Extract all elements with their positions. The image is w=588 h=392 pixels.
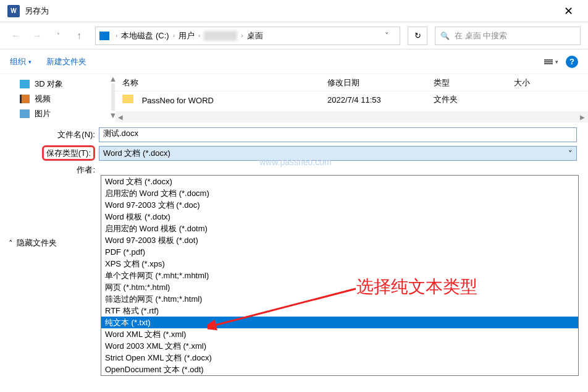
hide-folders-label: 隐藏文件夹 xyxy=(17,237,57,249)
list-row[interactable]: PassNeo for WORD 2022/7/4 11:53 文件夹 xyxy=(115,92,588,108)
breadcrumb-dropdown[interactable]: ˅ xyxy=(377,31,396,40)
watermark: www.passneo.com xyxy=(259,157,332,167)
sidebar-item-label: 图片 xyxy=(35,108,51,119)
up-button[interactable]: ↑ xyxy=(70,27,88,45)
chevron-down-icon: ▾ xyxy=(555,59,558,65)
col-name[interactable]: 名称 xyxy=(122,77,327,88)
toolbar: 组织 ▾ 新建文件夹 ▾ ? xyxy=(0,49,588,74)
list-view-icon xyxy=(544,59,553,64)
savetype-label-wrap: 保存类型(T): xyxy=(0,148,99,159)
crumb-username-redacted[interactable] xyxy=(204,31,237,41)
crumb-desktop[interactable]: 桌面 xyxy=(247,30,263,41)
col-date[interactable]: 修改日期 xyxy=(327,77,434,88)
nav-history-dropdown[interactable]: ˅ xyxy=(49,27,67,45)
new-folder-button[interactable]: 新建文件夹 xyxy=(46,56,86,67)
col-size[interactable]: 大小 xyxy=(514,77,545,88)
dropdown-option[interactable]: Word 2003 XML 文档 (*.xml) xyxy=(101,340,578,352)
dropdown-option[interactable]: 启用宏的 Word 模板 (*.dotm) xyxy=(101,223,578,234)
sidebar-item-label: 3D 对象 xyxy=(35,79,63,90)
sidebar: 3D 对象 视频 图片 ▲▼ xyxy=(0,74,115,122)
crumb-sep: › xyxy=(173,32,175,39)
help-button[interactable]: ? xyxy=(566,56,578,68)
search-input[interactable]: 🔍 在 桌面 中搜索 xyxy=(435,27,581,45)
scroll-right-icon[interactable]: ▶ xyxy=(577,114,588,121)
dropdown-option[interactable]: Word 97-2003 文档 (*.doc) xyxy=(101,199,578,211)
search-icon: 🔍 xyxy=(440,32,450,40)
file-name: PassNeo for WORD xyxy=(142,96,214,105)
dropdown-option[interactable]: 启用宏的 Word 文档 (*.docm) xyxy=(101,187,578,199)
sidebar-item-video[interactable]: 视频 xyxy=(5,92,110,106)
word-app-icon: W xyxy=(7,5,20,17)
dropdown-option[interactable]: Strict Open XML 文档 (*.docx) xyxy=(101,352,578,364)
dropdown-option[interactable]: Word 模板 (*.dotx) xyxy=(101,211,578,223)
organize-button[interactable]: 组织 ▾ xyxy=(10,56,32,67)
file-list: 名称 修改日期 类型 大小 PassNeo for WORD 2022/7/4 … xyxy=(115,74,588,122)
chevron-up-icon: ˄ xyxy=(9,239,13,248)
dropdown-option[interactable]: 网页 (*.htm;*.html) xyxy=(101,281,578,293)
filename-label: 文件名(N): xyxy=(0,129,99,140)
chevron-down-icon: ˅ xyxy=(568,149,573,158)
crumb-drive[interactable]: 本地磁盘 (C:) xyxy=(121,30,169,41)
author-label: 作者: xyxy=(0,164,99,176)
breadcrumb[interactable]: › 本地磁盘 (C:) › 用户 › › 桌面 ˅ xyxy=(95,27,400,45)
close-button[interactable]: ✕ xyxy=(556,0,581,22)
dialog-title: 另存为 xyxy=(25,6,556,17)
savetype-dropdown-list: Word 文档 (*.docx)启用宏的 Word 文档 (*.docm)Wor… xyxy=(101,175,579,376)
main-area: 3D 对象 视频 图片 ▲▼ 名称 修改日期 类型 大小 PassNeo for… xyxy=(0,74,588,122)
crumb-sep: › xyxy=(241,32,243,39)
dropdown-option[interactable]: Word 97-2003 模板 (*.dot) xyxy=(101,234,578,246)
dropdown-option[interactable]: 筛选过的网页 (*.htm;*.html) xyxy=(101,293,578,305)
folder-icon xyxy=(122,95,133,103)
dropdown-option[interactable]: 单个文件网页 (*.mht;*.mhtml) xyxy=(101,270,578,281)
view-mode-button[interactable]: ▾ xyxy=(544,59,558,65)
back-button[interactable]: ← xyxy=(7,27,25,45)
dropdown-option[interactable]: PDF (*.pdf) xyxy=(101,246,578,258)
savetype-label: 保存类型(T): xyxy=(42,145,95,161)
savetype-value: Word 文档 (*.docx) xyxy=(103,148,170,159)
sidebar-item-pictures[interactable]: 图片 xyxy=(5,106,110,121)
crumb-sep: › xyxy=(198,32,200,39)
dropdown-option[interactable]: 纯文本 (*.txt) xyxy=(101,317,578,328)
dropdown-option[interactable]: XPS 文档 (*.xps) xyxy=(101,258,578,270)
chevron-down-icon: ▾ xyxy=(28,59,32,65)
scroll-left-icon[interactable]: ◀ xyxy=(115,114,126,121)
sidebar-item-label: 视频 xyxy=(35,93,51,104)
horizontal-scrollbar[interactable]: ◀ ▶ xyxy=(115,111,588,122)
annotation-text: 选择纯文本类型 xyxy=(356,275,477,299)
pc-icon xyxy=(99,32,109,40)
forward-button[interactable]: → xyxy=(28,27,46,45)
file-date: 2022/7/4 11:53 xyxy=(327,95,434,104)
3d-objects-icon xyxy=(20,80,30,88)
crumb-users[interactable]: 用户 xyxy=(178,30,195,41)
list-header: 名称 修改日期 类型 大小 xyxy=(115,74,588,92)
navigation-bar: ← → ˅ ↑ › 本地磁盘 (C:) › 用户 › › 桌面 ˅ ↻ 🔍 在 … xyxy=(0,22,588,49)
crumb-sep: › xyxy=(116,32,117,39)
file-type: 文件夹 xyxy=(434,94,514,105)
sidebar-item-3d[interactable]: 3D 对象 xyxy=(5,77,110,92)
dropdown-option[interactable]: RTF 格式 (*.rtf) xyxy=(101,305,578,317)
col-type[interactable]: 类型 xyxy=(434,77,514,88)
pictures-icon xyxy=(20,109,30,118)
dropdown-option[interactable]: Word 文档 (*.docx) xyxy=(101,176,578,187)
search-placeholder: 在 桌面 中搜索 xyxy=(455,30,507,41)
dropdown-option[interactable]: Word XML 文档 (*.xml) xyxy=(101,328,578,340)
savetype-combobox[interactable]: Word 文档 (*.docx) ˅ xyxy=(99,146,577,161)
video-icon xyxy=(20,95,30,103)
refresh-button[interactable]: ↻ xyxy=(408,27,427,45)
dropdown-option[interactable]: OpenDocument 文本 (*.odt) xyxy=(101,364,578,375)
filename-input[interactable]: 测试.docx xyxy=(99,127,577,142)
titlebar: W 另存为 ✕ xyxy=(0,0,588,22)
